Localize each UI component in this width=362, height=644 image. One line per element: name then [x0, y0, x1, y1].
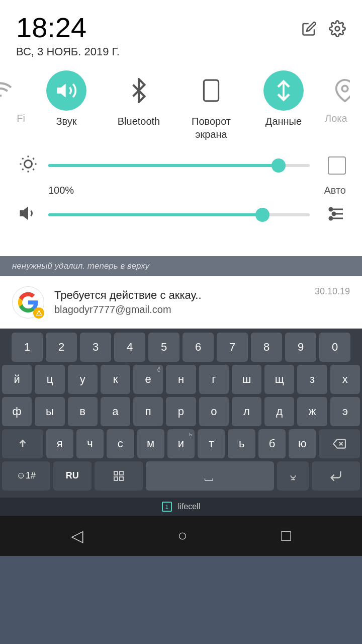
key-8[interactable]: 8: [251, 333, 282, 362]
sound-toggle-icon[interactable]: [46, 70, 86, 111]
svg-rect-27: [120, 477, 123, 480]
peek-notification: ненужный удалил. теперь в верху: [0, 256, 362, 276]
key-щ[interactable]: щ: [264, 365, 294, 394]
key-у[interactable]: у: [68, 365, 98, 394]
recents-button[interactable]: □: [281, 526, 291, 545]
brightness-slider[interactable]: [48, 164, 310, 167]
mic-key[interactable]: [277, 461, 309, 491]
keyboard: 1 2 3 4 5 6 7 8 9 0 й ц у к ёе н г ш щ з…: [0, 329, 362, 498]
data-toggle-icon[interactable]: [263, 70, 304, 111]
key-б[interactable]: б: [258, 429, 286, 458]
key-в[interactable]: в: [68, 397, 98, 426]
notification-app-icon: ⚠: [12, 286, 44, 318]
rotate-toggle-icon[interactable]: [191, 70, 231, 111]
emoji-key[interactable]: ☺1#: [2, 461, 50, 491]
key-4[interactable]: 4: [114, 333, 145, 362]
svg-rect-25: [120, 471, 123, 475]
key-5[interactable]: 5: [148, 333, 179, 362]
svg-rect-24: [114, 471, 118, 475]
peek-text: ненужный удалил. теперь в верху: [12, 261, 149, 271]
key-7[interactable]: 7: [217, 333, 248, 362]
key-1[interactable]: 1: [12, 333, 43, 362]
back-button[interactable]: ◁: [71, 526, 83, 545]
brightness-fill: [48, 164, 279, 167]
key-ж[interactable]: ж: [297, 397, 327, 426]
key-к[interactable]: к: [101, 365, 130, 394]
key-ц[interactable]: ц: [35, 365, 64, 394]
key-л[interactable]: л: [232, 397, 261, 426]
key-а[interactable]: а: [101, 397, 130, 426]
key-э[interactable]: э: [330, 397, 360, 426]
key-ф[interactable]: ф: [2, 397, 32, 426]
toggle-location[interactable]: Лока: [320, 70, 350, 124]
key-п[interactable]: п: [133, 397, 163, 426]
edit-icon[interactable]: [302, 21, 317, 40]
bottom-status-bar: 1 lifecell: [0, 498, 362, 516]
toggle-sound[interactable]: Звук: [30, 70, 103, 128]
key-3[interactable]: 3: [80, 333, 111, 362]
svg-point-20: [329, 217, 332, 220]
key-9[interactable]: 9: [285, 333, 316, 362]
key-о[interactable]: о: [199, 397, 229, 426]
key-6[interactable]: 6: [183, 333, 214, 362]
volume-settings-icon[interactable]: [318, 205, 346, 225]
keyboard-row-1: й ц у к ёе н г ш щ з х: [2, 365, 360, 394]
svg-marker-2: [57, 84, 66, 97]
key-с[interactable]: с: [107, 429, 134, 458]
quick-settings-panel: 18:24 ВС, 3 НОЯБ. 2019 Г.: [0, 0, 362, 256]
backspace-key[interactable]: [319, 429, 360, 458]
svg-point-19: [332, 212, 335, 215]
key-д[interactable]: д: [264, 397, 294, 426]
toggle-bluetooth[interactable]: Bluetooth: [103, 70, 175, 128]
key-й[interactable]: й: [2, 365, 32, 394]
rotate-label: Поворот экрана: [192, 115, 231, 141]
time-date: 18:24 ВС, 3 НОЯБ. 2019 Г.: [16, 12, 120, 58]
key-ч[interactable]: ч: [76, 429, 104, 458]
svg-point-0: [335, 27, 340, 31]
key-х[interactable]: х: [330, 365, 360, 394]
auto-text: Авто: [324, 185, 346, 196]
key-ь[interactable]: ь: [228, 429, 255, 458]
key-г[interactable]: г: [199, 365, 229, 394]
svg-point-5: [25, 160, 32, 168]
key-м[interactable]: м: [137, 429, 164, 458]
svg-marker-14: [21, 208, 28, 218]
quick-toggle-row: Fi Звук Bluetooth: [0, 62, 362, 145]
auto-label: [318, 156, 346, 175]
settings-icon[interactable]: [329, 20, 346, 41]
key-ю[interactable]: ю: [289, 429, 316, 458]
key-и[interactable]: ьи: [167, 429, 195, 458]
shift-key[interactable]: [2, 429, 43, 458]
key-р[interactable]: р: [166, 397, 196, 426]
brightness-percent: 100%: [48, 185, 74, 196]
key-з[interactable]: з: [297, 365, 327, 394]
key-т[interactable]: т: [198, 429, 225, 458]
volume-slider[interactable]: [48, 213, 310, 216]
key-е[interactable]: ёе: [133, 365, 163, 394]
key-0[interactable]: 0: [319, 333, 350, 362]
enter-key[interactable]: [312, 461, 360, 491]
toggle-data[interactable]: Данные: [247, 70, 320, 128]
bluetooth-toggle-icon[interactable]: [119, 70, 159, 111]
brightness-slider-row: [16, 155, 346, 177]
language-key[interactable]: RU: [53, 461, 92, 491]
grid-key[interactable]: [95, 461, 143, 491]
space-key[interactable]: ⎵: [146, 461, 274, 491]
key-2[interactable]: 2: [46, 333, 77, 362]
svg-line-8: [22, 158, 23, 159]
key-я[interactable]: я: [46, 429, 73, 458]
brightness-thumb: [272, 158, 286, 173]
key-ы[interactable]: ы: [35, 397, 64, 426]
svg-line-13: [33, 158, 34, 159]
key-н[interactable]: н: [166, 365, 196, 394]
home-button[interactable]: ○: [177, 526, 187, 545]
toggle-wifi[interactable]: Fi: [0, 70, 30, 124]
notification-warning-badge: ⚠: [33, 307, 44, 318]
notification-card[interactable]: ⚠ Требуется действие с аккау.. blagodyr7…: [0, 276, 362, 329]
svg-rect-26: [114, 477, 118, 480]
svg-line-9: [33, 169, 34, 170]
toggle-rotate[interactable]: Поворот экрана: [175, 70, 247, 141]
keyboard-row-numbers: 1 2 3 4 5 6 7 8 9 0: [2, 333, 360, 362]
key-ш[interactable]: ш: [232, 365, 261, 394]
carrier-label: lifecell: [178, 502, 200, 511]
